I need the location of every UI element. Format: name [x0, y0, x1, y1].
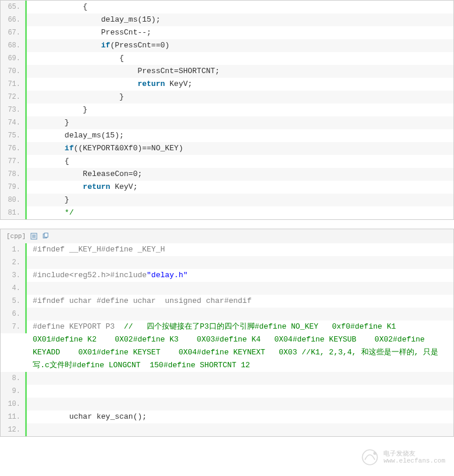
line-number: 65. — [1, 1, 27, 13]
code-line: 9. — [1, 385, 453, 398]
code-line: 5.#ifndef uchar #define uchar unsigned c… — [1, 295, 453, 308]
code-text: PressCnt--; — [27, 26, 453, 39]
line-number: 10. — [1, 398, 27, 411]
line-number: 70. — [1, 65, 27, 78]
code-text — [27, 256, 453, 269]
code-text: #define KEYPORT P3 // 四个按键接在了P3口的四个引脚#de… — [27, 320, 453, 372]
line-number: 81. — [1, 206, 27, 219]
code-text: ReleaseCon=0; — [27, 168, 453, 181]
code-line: 75. delay_ms(15); — [1, 129, 453, 142]
line-number: 4. — [1, 282, 27, 295]
code-text — [27, 308, 453, 320]
code-text: if(PressCnt==0) — [27, 39, 453, 52]
code-line: 76. if((KEYPORT&0Xf0)==NO_KEY) — [1, 142, 453, 155]
code-line: 7.#define KEYPORT P3 // 四个按键接在了P3口的四个引脚#… — [1, 320, 453, 372]
line-number: 2. — [1, 256, 27, 269]
line-number: 7. — [1, 320, 27, 333]
code-line: 80. } — [1, 194, 453, 206]
line-number: 71. — [1, 78, 27, 91]
code-text: return KeyV; — [27, 78, 453, 91]
code-lines-1: 65. { 66. delay_ms(15); 67. PressCnt--; … — [1, 1, 453, 219]
code-line: 81. */ — [1, 206, 453, 219]
code-text: #ifndef __KEY_H#define _KEY_H — [27, 243, 453, 256]
line-number: 73. — [1, 104, 27, 116]
code-text — [27, 423, 453, 436]
line-number: 80. — [1, 194, 27, 206]
code-header: [cpp] — [1, 229, 453, 243]
code-text: uchar key_scan(); — [27, 411, 453, 423]
line-number: 11. — [1, 411, 27, 423]
code-text — [27, 282, 453, 295]
code-text: } — [27, 194, 453, 206]
code-text: return KeyV; — [27, 181, 453, 194]
code-line: 74. } — [1, 116, 453, 129]
code-line: 2. — [1, 256, 453, 269]
code-text — [27, 385, 453, 398]
line-number: 5. — [1, 295, 27, 308]
code-text: } — [27, 91, 453, 104]
code-line: 79. return KeyV; — [1, 181, 453, 194]
code-line: 10. — [1, 398, 453, 411]
line-number: 6. — [1, 308, 27, 320]
line-number: 8. — [1, 372, 27, 385]
code-line: 77. { — [1, 155, 453, 168]
code-line: 69. { — [1, 52, 453, 65]
line-number: 69. — [1, 52, 27, 65]
code-line: 68. if(PressCnt==0) — [1, 39, 453, 52]
line-number: 66. — [1, 13, 27, 26]
code-text: */ — [27, 206, 453, 219]
code-line: 11. uchar key_scan(); — [1, 411, 453, 423]
code-text: } — [27, 116, 453, 129]
line-number: 67. — [1, 26, 27, 39]
code-text — [27, 398, 453, 411]
code-block-2: [cpp] 1.#ifndef __KEY_H#define _KEY_H 2.… — [0, 229, 454, 437]
code-lines-2: 1.#ifndef __KEY_H#define _KEY_H 2. 3.#in… — [1, 243, 453, 436]
code-text — [27, 372, 453, 385]
line-number: 75. — [1, 129, 27, 142]
line-number: 72. — [1, 91, 27, 104]
line-number: 68. — [1, 39, 27, 52]
code-text: delay_ms(15); — [27, 13, 453, 26]
code-text: { — [27, 1, 453, 13]
code-text: #ifndef uchar #define uchar unsigned cha… — [27, 295, 453, 308]
code-line: 12. — [1, 423, 453, 436]
code-line: 71. return KeyV; — [1, 78, 453, 91]
code-text: PressCnt=SHORTCNT; — [27, 65, 453, 78]
code-text: } — [27, 104, 453, 116]
lang-label: [cpp] — [6, 233, 26, 240]
line-number: 78. — [1, 168, 27, 181]
line-number: 1. — [1, 243, 27, 256]
line-number: 9. — [1, 385, 27, 398]
view-plain-icon[interactable] — [30, 233, 37, 240]
code-text: delay_ms(15); — [27, 129, 453, 142]
code-line: 67. PressCnt--; — [1, 26, 453, 39]
code-line: 6. — [1, 308, 453, 320]
code-line: 66. delay_ms(15); — [1, 13, 453, 26]
code-line: 8. — [1, 372, 453, 385]
code-text: { — [27, 52, 453, 65]
line-number: 12. — [1, 423, 27, 436]
line-number: 79. — [1, 181, 27, 194]
code-block-1: 65. { 66. delay_ms(15); 67. PressCnt--; … — [0, 0, 454, 220]
code-text: { — [27, 155, 453, 168]
line-number: 74. — [1, 116, 27, 129]
code-text: if((KEYPORT&0Xf0)==NO_KEY) — [27, 142, 453, 155]
code-line: 70. PressCnt=SHORTCNT; — [1, 65, 453, 78]
code-line: 78. ReleaseCon=0; — [1, 168, 453, 181]
code-line: 72. } — [1, 91, 453, 104]
code-line: 4. — [1, 282, 453, 295]
svg-rect-5 — [44, 233, 48, 237]
code-line: 1.#ifndef __KEY_H#define _KEY_H — [1, 243, 453, 256]
code-line: 65. { — [1, 1, 453, 13]
line-number: 3. — [1, 269, 27, 282]
copy-icon[interactable] — [42, 233, 49, 240]
line-number: 77. — [1, 155, 27, 168]
line-number: 76. — [1, 142, 27, 155]
code-line: 3.#include<reg52.h>#include"delay.h" — [1, 269, 453, 282]
code-text: #include<reg52.h>#include"delay.h" — [27, 269, 453, 282]
code-line: 73. } — [1, 104, 453, 116]
